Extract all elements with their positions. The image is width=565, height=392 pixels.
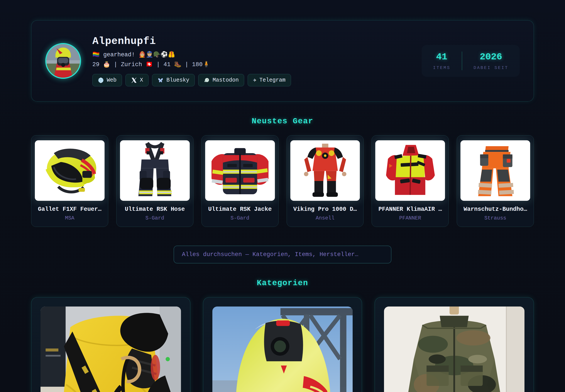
gear-brand: PFANNER [375,215,445,221]
gear-card-viking-pro[interactable]: Viking Pro 1000 D… Ansell [287,135,364,227]
gear-card-rsk-jacke[interactable]: Ultimate RSK Jacke S-Gard [201,135,279,227]
gear-name: Ultimate RSK Jacke [205,206,275,212]
bluesky-link-button[interactable]: Bluesky [152,74,195,86]
gear-image-drysuit [290,140,360,201]
profile-name: Alpenhupfi [92,35,291,47]
profile-bio: 🏳️‍🌈 gearhead! 👩🏼‍🚒👮🏼🪖⚽🦺 [92,51,291,58]
gear-image-fire-helmet [35,140,104,201]
category-card-firefighter[interactable] [203,297,362,392]
x-link-label: X [140,77,143,83]
camouflage-jacket-photo [384,307,524,392]
gear-brand: Strauss [461,215,530,221]
gear-card-gallet-f1xf[interactable]: Gallet F1XF Feuer… MSA [31,135,108,227]
gear-name: Warnschutz-Bundho… [461,206,530,212]
newest-gear-title: Neustes Gear [31,117,534,126]
gear-image-hivis-jacket [375,140,445,201]
chemical-suit-photo [41,307,181,392]
gear-image-fire-jacket [205,140,275,201]
mastodon-link-label: Mastodon [213,77,239,83]
web-link-label: Web [107,77,117,83]
profile-stats-box: 41 ITEMS 2026 DABEI SEIT [422,45,520,77]
mastodon-link-button[interactable]: Mastodon [198,74,244,86]
telegram-plane-icon: ✈ [253,77,257,83]
gear-card-warnschutz-bundhose[interactable]: Warnschutz-Bundho… Strauss [457,135,534,227]
bluesky-link-label: Bluesky [166,77,189,83]
gear-name: PFANNER KlimaAIR … [375,206,445,212]
search-wrap [31,246,534,264]
category-card-chemical-suit[interactable] [31,297,190,392]
categories-title: Kategorien [31,279,534,288]
x-link-button[interactable]: X [125,74,149,86]
stat-items-value: 41 [433,52,450,62]
gear-card-pfanner-klimaair[interactable]: PFANNER KlimaAIR … PFANNER [372,135,449,227]
mastodon-elephant-icon [204,77,210,83]
stat-items: 41 ITEMS [422,52,462,70]
gear-name: Viking Pro 1000 D… [290,206,360,212]
category-card-camouflage[interactable] [375,297,534,392]
categories-grid [31,297,534,392]
avatar [45,43,81,79]
bluesky-butterfly-icon [157,77,164,83]
x-logo-icon [131,77,137,83]
search-input[interactable] [174,246,391,264]
profile-details: 29 🎂 | Zurich 🇨🇭 | 41 🥾 | 180🧍 [92,61,291,68]
stat-member-since: 2026 DABEI SEIT [462,52,520,70]
telegram-link-button[interactable]: ✈ Telegram [248,74,291,86]
gear-brand: MSA [35,215,104,221]
web-link-button[interactable]: Web [92,74,122,86]
gear-brand: S-Gard [120,215,190,221]
firefighter-helmet-photo [212,307,353,392]
profile-card: Alpenhupfi 🏳️‍🌈 gearhead! 👩🏼‍🚒👮🏼🪖⚽🦺 29 🎂… [31,20,534,102]
avatar-image [46,44,80,78]
globe-icon [98,77,104,83]
gear-brand: Ansell [290,215,360,221]
gear-name: Gallet F1XF Feuer… [35,206,104,212]
stat-member-since-label: DABEI SEIT [474,65,508,70]
gear-grid: Gallet F1XF Feuer… MSA [31,135,534,227]
gear-name: Ultimate RSK Hose [120,206,190,212]
stat-items-label: ITEMS [433,65,450,70]
gear-image-bib-trousers [120,140,190,201]
gear-card-rsk-hose[interactable]: Ultimate RSK Hose S-Gard [116,135,193,227]
social-links-row: Web X Bluesky [92,74,291,86]
telegram-link-label: Telegram [259,77,285,83]
stat-member-since-value: 2026 [474,52,508,62]
gear-image-hivis-trousers [461,140,530,201]
gear-brand: S-Gard [205,215,275,221]
